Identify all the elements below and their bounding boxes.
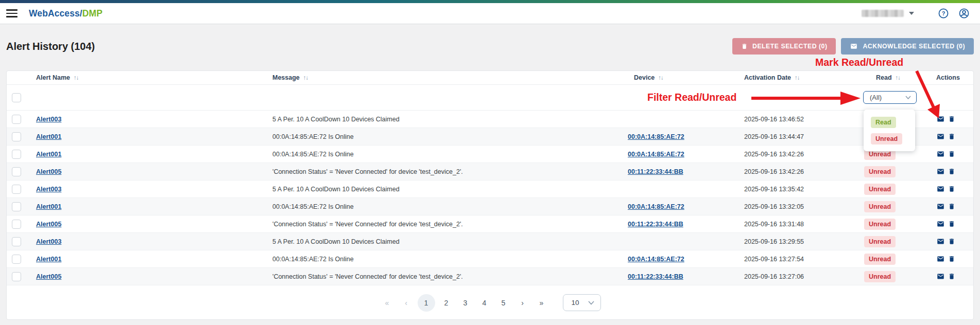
- device-link[interactable]: 00:11:22:33:44:BB: [628, 168, 683, 175]
- read-filter-option-unread[interactable]: Unread: [871, 133, 902, 145]
- delete-row-trash-icon[interactable]: [948, 185, 955, 193]
- delete-row-trash-icon[interactable]: [948, 115, 955, 123]
- mark-read-envelope-icon[interactable]: [936, 220, 945, 228]
- pagination-page-3[interactable]: 3: [458, 294, 473, 312]
- delete-row-trash-icon[interactable]: [948, 273, 955, 280]
- pagination-next[interactable]: ›: [515, 294, 530, 312]
- alert-history-table: Alert Name↑↓Message↑↓Device↑↓Activation …: [6, 70, 974, 320]
- read-filter-select[interactable]: (All): [863, 91, 917, 104]
- help-icon[interactable]: ?: [938, 8, 949, 19]
- row-checkbox[interactable]: [12, 255, 21, 264]
- select-all-checkbox[interactable]: [12, 93, 21, 102]
- pagination-first[interactable]: «: [380, 294, 395, 312]
- alert-message: 5 A Per. 10 A CoolDown 10 Devices Claime…: [272, 186, 400, 193]
- account-menu[interactable]: [862, 9, 914, 17]
- app-header: WebAccess/DMP ?: [0, 3, 980, 24]
- mark-read-envelope-icon[interactable]: [936, 185, 945, 193]
- delete-row-trash-icon[interactable]: [948, 168, 955, 175]
- alert-message: 00:0A:14:85:AE:72 Is Online: [272, 203, 354, 210]
- sort-arrows-icon[interactable]: ↑↓: [74, 75, 79, 81]
- pagination-last[interactable]: »: [534, 294, 549, 312]
- table-header-row: Alert Name↑↓Message↑↓Device↑↓Activation …: [7, 71, 973, 84]
- delete-row-trash-icon[interactable]: [948, 150, 955, 158]
- delete-row-trash-icon[interactable]: [948, 255, 955, 263]
- alert-name-link[interactable]: Alert001: [36, 256, 61, 263]
- chevron-down-icon: [905, 96, 911, 99]
- column-header-device[interactable]: Device↑↓: [628, 74, 744, 81]
- delete-row-trash-icon[interactable]: [948, 220, 955, 228]
- table-row: Alert005'Connection Status' = 'Never Con…: [7, 268, 973, 285]
- row-checkbox[interactable]: [12, 220, 21, 229]
- table-row: Alert00100:0A:14:85:AE:72 Is Online00:0A…: [7, 146, 973, 163]
- alert-name-link[interactable]: Alert005: [36, 168, 61, 175]
- alert-message: 'Connection Status' = 'Never Connected' …: [272, 168, 463, 175]
- alert-message: 00:0A:14:85:AE:72 Is Online: [272, 256, 354, 263]
- read-filter-option-read[interactable]: Read: [871, 117, 896, 128]
- device-link[interactable]: 00:11:22:33:44:BB: [628, 273, 683, 280]
- row-checkbox[interactable]: [12, 150, 21, 159]
- user-account-icon[interactable]: [958, 8, 970, 19]
- hamburger-menu-icon[interactable]: [6, 9, 18, 17]
- activation-date: 2025-09-16 13:42:26: [744, 168, 804, 175]
- acknowledge-selected-button[interactable]: ACKNOWLEDGE SELECTED (0): [841, 38, 974, 55]
- alert-name-link[interactable]: Alert003: [36, 238, 61, 245]
- activation-date: 2025-09-16 13:35:42: [744, 186, 804, 193]
- alert-name-link[interactable]: Alert001: [36, 151, 61, 158]
- delete-row-trash-icon[interactable]: [948, 133, 955, 140]
- pagination-page-5[interactable]: 5: [496, 294, 511, 312]
- delete-row-trash-icon[interactable]: [948, 238, 955, 245]
- row-checkbox[interactable]: [12, 185, 21, 194]
- sort-arrows-icon[interactable]: ↑↓: [795, 75, 800, 81]
- mark-read-envelope-icon[interactable]: [936, 133, 945, 140]
- row-checkbox[interactable]: [12, 132, 21, 141]
- device-link[interactable]: 00:0A:14:85:AE:72: [628, 203, 684, 210]
- column-header-read[interactable]: Read↑↓: [862, 74, 932, 81]
- logo-accent: DMP: [82, 8, 102, 19]
- mark-read-envelope-icon[interactable]: [936, 203, 945, 210]
- envelope-icon: [850, 43, 858, 50]
- sort-arrows-icon[interactable]: ↑↓: [896, 75, 901, 81]
- mark-read-envelope-icon[interactable]: [936, 168, 945, 175]
- pagination-page-2[interactable]: 2: [439, 294, 454, 312]
- chevron-down-icon: [588, 301, 594, 305]
- annotation-mark-read-unread: Mark Read/Unread: [815, 57, 903, 68]
- row-checkbox[interactable]: [12, 237, 21, 246]
- alert-name-link[interactable]: Alert001: [36, 203, 61, 210]
- alert-name-link[interactable]: Alert003: [36, 186, 61, 193]
- activation-date: 2025-09-16 13:31:48: [744, 221, 804, 228]
- pagination-page-1[interactable]: 1: [418, 294, 435, 312]
- column-header-alert-name[interactable]: Alert Name↑↓: [30, 74, 266, 81]
- delete-selected-label: DELETE SELECTED (0): [752, 43, 827, 50]
- pagination-page-4[interactable]: 4: [477, 294, 492, 312]
- read-status-badge: Unread: [864, 271, 896, 282]
- alert-name-link[interactable]: Alert003: [36, 116, 61, 123]
- mark-read-envelope-icon[interactable]: [936, 273, 945, 280]
- row-checkbox[interactable]: [12, 115, 21, 124]
- row-checkbox[interactable]: [12, 272, 21, 281]
- sort-arrows-icon[interactable]: ↑↓: [303, 75, 308, 81]
- column-header-message[interactable]: Message↑↓: [266, 74, 628, 81]
- alert-name-link[interactable]: Alert005: [36, 221, 61, 228]
- row-checkbox[interactable]: [12, 202, 21, 211]
- device-link[interactable]: 00:0A:14:85:AE:72: [628, 151, 684, 158]
- column-header-activation-date[interactable]: Activation Date↑↓: [744, 74, 862, 81]
- mark-read-envelope-icon[interactable]: [936, 238, 945, 245]
- mark-read-envelope-icon[interactable]: [936, 150, 945, 158]
- device-link[interactable]: 00:11:22:33:44:BB: [628, 221, 683, 228]
- sort-arrows-icon[interactable]: ↑↓: [658, 75, 663, 81]
- column-header-label: Read: [876, 74, 892, 81]
- delete-row-trash-icon[interactable]: [948, 203, 955, 210]
- read-filter-value: (All): [870, 94, 905, 101]
- alert-name-link[interactable]: Alert005: [36, 273, 61, 280]
- device-link[interactable]: 00:0A:14:85:AE:72: [628, 133, 684, 140]
- device-link[interactable]: 00:0A:14:85:AE:72: [628, 256, 684, 263]
- alert-name-link[interactable]: Alert001: [36, 133, 61, 140]
- mark-read-envelope-icon[interactable]: [936, 255, 945, 263]
- row-checkbox[interactable]: [12, 167, 21, 176]
- page-size-select[interactable]: 10: [563, 294, 601, 311]
- app-logo[interactable]: WebAccess/DMP: [29, 8, 102, 19]
- pagination-prev[interactable]: ‹: [399, 294, 414, 312]
- mark-read-envelope-icon[interactable]: [936, 115, 945, 123]
- activation-date: 2025-09-16 13:27:54: [744, 256, 804, 263]
- delete-selected-button[interactable]: DELETE SELECTED (0): [732, 38, 836, 55]
